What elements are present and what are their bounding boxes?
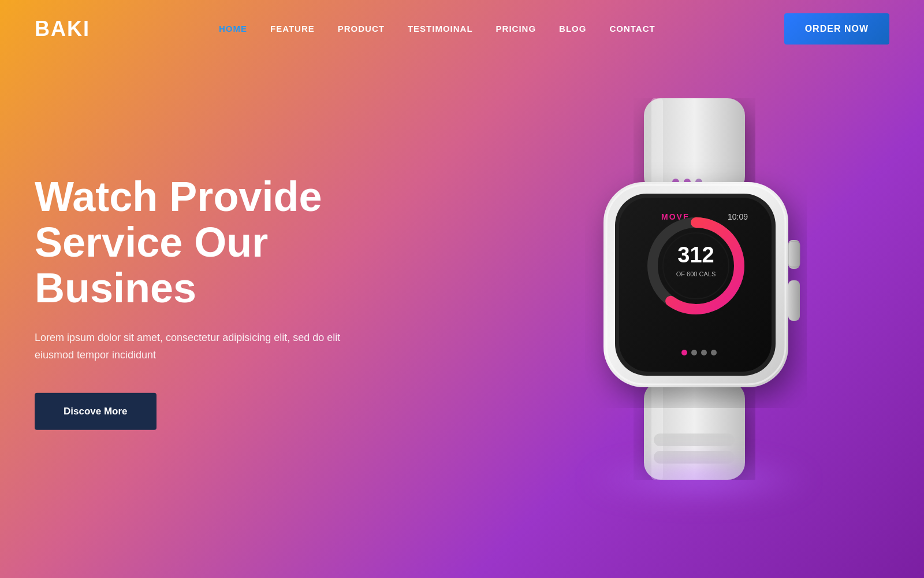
svg-point-24 bbox=[691, 350, 697, 355]
svg-rect-13 bbox=[788, 240, 800, 269]
nav-item-feature[interactable]: FEATURE bbox=[270, 24, 315, 34]
watch-svg: MOVE 10:09 312 OF 600 CALS bbox=[549, 98, 849, 480]
svg-rect-1 bbox=[651, 98, 663, 194]
svg-rect-15 bbox=[788, 280, 800, 321]
nav-link-blog[interactable]: BLOG bbox=[559, 24, 586, 34]
nav-item-home[interactable]: HOME bbox=[219, 24, 247, 34]
discover-more-button[interactable]: Discove More bbox=[35, 393, 157, 430]
nav-item-testimonial[interactable]: TESTIMOINAL bbox=[408, 24, 473, 34]
nav-item-pricing[interactable]: PRICING bbox=[496, 24, 536, 34]
nav-item-product[interactable]: PRODUCT bbox=[338, 24, 385, 34]
nav-item-blog[interactable]: BLOG bbox=[559, 24, 586, 34]
nav-link-product[interactable]: PRODUCT bbox=[338, 24, 385, 34]
navbar: BAKI HOME FEATURE PRODUCT TESTIMOINAL PR… bbox=[0, 0, 924, 58]
watch-image: MOVE 10:09 312 OF 600 CALS bbox=[549, 98, 849, 480]
svg-point-26 bbox=[711, 350, 717, 355]
hero-subtitle: Lorem ipsum dolor sit amet, consectetur … bbox=[35, 328, 358, 364]
svg-rect-7 bbox=[654, 433, 735, 446]
hero-title: Watch Provide Service Our Busines bbox=[35, 174, 427, 312]
nav-item-contact[interactable]: CONTACT bbox=[609, 24, 655, 34]
nav-link-feature[interactable]: FEATURE bbox=[270, 24, 315, 34]
watch-container: MOVE 10:09 312 OF 600 CALS bbox=[531, 87, 866, 491]
order-now-button[interactable]: ORDER NOW bbox=[784, 13, 889, 45]
nav-link-contact[interactable]: CONTACT bbox=[609, 24, 655, 34]
svg-point-25 bbox=[701, 350, 707, 355]
nav-link-testimonial[interactable]: TESTIMOINAL bbox=[408, 24, 473, 34]
svg-text:OF 600 CALS: OF 600 CALS bbox=[676, 271, 716, 277]
nav-links: HOME FEATURE PRODUCT TESTIMOINAL PRICING… bbox=[219, 24, 655, 34]
svg-point-23 bbox=[681, 350, 687, 355]
hero-content: Watch Provide Service Our Busines Lorem … bbox=[35, 174, 427, 430]
brand-logo[interactable]: BAKI bbox=[35, 17, 90, 41]
watch-glow bbox=[583, 457, 814, 503]
svg-text:10:09: 10:09 bbox=[728, 212, 748, 221]
svg-text:312: 312 bbox=[677, 243, 714, 267]
nav-link-home[interactable]: HOME bbox=[219, 24, 247, 34]
hero-section: BAKI HOME FEATURE PRODUCT TESTIMOINAL PR… bbox=[0, 0, 924, 578]
nav-link-pricing[interactable]: PRICING bbox=[496, 24, 536, 34]
